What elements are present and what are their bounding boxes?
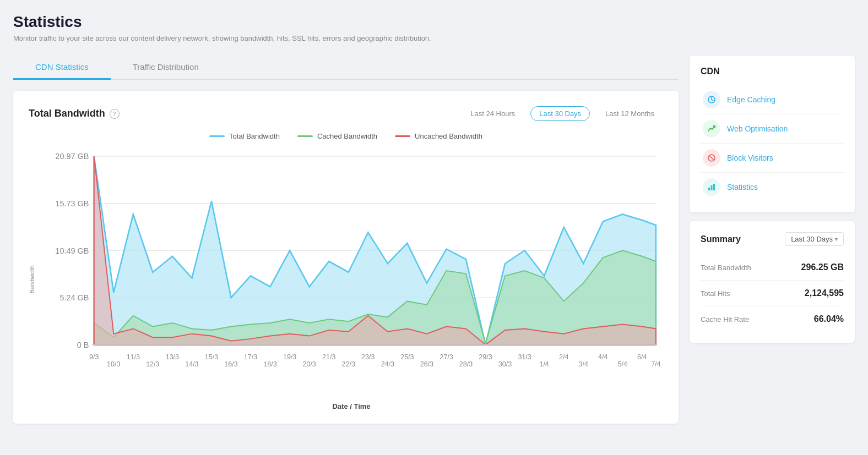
svg-text:27/3: 27/3 — [440, 353, 453, 361]
summary-value-hits: 2,124,595 — [805, 288, 844, 298]
cdn-nav-card: CDN Edge Caching Web Optimisa — [690, 56, 855, 212]
svg-text:10/3: 10/3 — [107, 360, 120, 368]
edge-caching-label: Edge Caching — [727, 95, 775, 104]
help-icon[interactable]: ? — [110, 109, 120, 119]
svg-text:18/3: 18/3 — [263, 360, 276, 368]
chart-svg: 20.97 GB 15.73 GB 10.49 GB 5.24 GB 0 B — [40, 149, 663, 396]
svg-text:29/3: 29/3 — [479, 353, 492, 361]
chart-title-wrap: Total Bandwidth ? — [29, 108, 120, 119]
summary-row-cache-hit: Cache Hit Rate 66.04% — [701, 306, 844, 332]
web-optimisation-label: Web Optimisation — [727, 124, 788, 133]
filter-12m[interactable]: Last 12 Months — [596, 106, 663, 121]
chart-card: Total Bandwidth ? Last 24 Hours Last 30 … — [13, 91, 679, 424]
svg-text:24/3: 24/3 — [381, 360, 394, 368]
statistics-label: Statistics — [727, 183, 758, 191]
svg-text:9/3: 9/3 — [89, 353, 99, 361]
summary-dropdown-label: Last 30 Days — [791, 235, 833, 243]
summary-row-hits: Total Hits 2,124,595 — [701, 281, 844, 306]
svg-text:0 B: 0 B — [77, 341, 89, 349]
svg-line-46 — [709, 156, 714, 161]
chart-title: Total Bandwidth — [29, 108, 105, 119]
summary-value-cache-hit: 66.04% — [814, 314, 844, 324]
sidebar: CDN Edge Caching Web Optimisa — [690, 56, 855, 424]
svg-text:30/3: 30/3 — [498, 360, 512, 368]
svg-text:26/3: 26/3 — [420, 360, 433, 368]
svg-text:17/3: 17/3 — [244, 353, 257, 361]
svg-rect-49 — [713, 184, 715, 190]
web-optimisation-icon — [703, 120, 720, 138]
svg-text:19/3: 19/3 — [283, 353, 296, 361]
svg-text:6/4: 6/4 — [637, 353, 647, 361]
svg-text:5.24 GB: 5.24 GB — [59, 293, 89, 302]
svg-text:25/3: 25/3 — [400, 353, 414, 361]
svg-rect-47 — [708, 188, 710, 190]
svg-text:12/3: 12/3 — [146, 360, 159, 368]
svg-text:31/3: 31/3 — [518, 353, 531, 361]
summary-key-bandwidth: Total Bandwidth — [701, 264, 751, 272]
svg-text:15.73 GB: 15.73 GB — [55, 199, 89, 208]
svg-text:11/3: 11/3 — [127, 353, 140, 361]
block-visitors-label: Block Visitors — [727, 154, 773, 162]
filter-30d[interactable]: Last 30 Days — [530, 106, 590, 121]
sidebar-item-block-visitors[interactable]: Block Visitors — [701, 144, 844, 173]
svg-text:21/3: 21/3 — [322, 353, 335, 361]
summary-dropdown[interactable]: Last 30 Days ▾ — [785, 232, 844, 246]
tab-cdn-statistics[interactable]: CDN Statistics — [13, 56, 111, 80]
page-subtitle: Monitor traffic to your site across our … — [13, 34, 855, 42]
summary-key-cache-hit: Cache Hit Rate — [701, 315, 749, 324]
summary-value-bandwidth: 296.25 GB — [801, 262, 844, 272]
svg-text:2/4: 2/4 — [559, 353, 568, 361]
svg-text:1/4: 1/4 — [539, 360, 549, 368]
svg-text:10.49 GB: 10.49 GB — [55, 246, 89, 255]
sidebar-item-edge-caching[interactable]: Edge Caching — [701, 85, 844, 114]
tabs-bar: CDN Statistics Traffic Distribution — [13, 56, 679, 80]
sidebar-item-web-optimisation[interactable]: Web Optimisation — [701, 114, 844, 144]
y-axis-label: Bandwidth — [29, 149, 35, 410]
legend-cached-bandwidth: Cached Bandwidth — [297, 132, 377, 140]
summary-card: Summary Last 30 Days ▾ Total Bandwidth 2… — [690, 221, 855, 343]
svg-text:5/4: 5/4 — [618, 360, 627, 368]
edge-caching-icon — [703, 91, 720, 108]
summary-row-bandwidth: Total Bandwidth 296.25 GB — [701, 255, 844, 281]
svg-text:13/3: 13/3 — [166, 353, 179, 361]
tab-traffic-distribution[interactable]: Traffic Distribution — [111, 56, 221, 80]
svg-text:28/3: 28/3 — [459, 360, 473, 368]
svg-text:7/4: 7/4 — [651, 360, 660, 368]
chart-area: Bandwidth 20.97 GB 15.73 GB 10.49 GB 5.2 — [29, 149, 663, 410]
content-area: CDN Statistics Traffic Distribution Tota… — [13, 56, 679, 424]
svg-text:20/3: 20/3 — [302, 360, 316, 368]
cdn-card-title: CDN — [701, 67, 844, 76]
svg-text:16/3: 16/3 — [224, 360, 237, 368]
x-axis-label: Date / Time — [40, 402, 663, 410]
statistics-icon — [703, 178, 720, 196]
summary-key-hits: Total Hits — [701, 289, 730, 298]
legend-total-bandwidth: Total Bandwidth — [209, 132, 280, 140]
svg-text:22/3: 22/3 — [342, 360, 355, 368]
svg-text:15/3: 15/3 — [205, 353, 218, 361]
chart-legend: Total Bandwidth Cached Bandwidth Uncache… — [29, 132, 663, 140]
chart-header: Total Bandwidth ? Last 24 Hours Last 30 … — [29, 106, 663, 121]
filter-24h[interactable]: Last 24 Hours — [462, 106, 524, 121]
page-title: Statistics — [13, 13, 855, 31]
svg-text:3/4: 3/4 — [579, 360, 588, 368]
time-filters: Last 24 Hours Last 30 Days Last 12 Month… — [462, 106, 663, 121]
summary-header: Summary Last 30 Days ▾ — [701, 232, 844, 246]
chart-inner: 20.97 GB 15.73 GB 10.49 GB 5.24 GB 0 B — [40, 149, 663, 410]
summary-title: Summary — [701, 234, 741, 244]
svg-text:14/3: 14/3 — [185, 360, 198, 368]
svg-text:20.97 GB: 20.97 GB — [55, 152, 89, 161]
svg-text:23/3: 23/3 — [361, 353, 375, 361]
svg-rect-48 — [711, 185, 713, 190]
svg-text:4/4: 4/4 — [598, 353, 607, 361]
sidebar-item-statistics[interactable]: Statistics — [701, 173, 844, 201]
legend-uncached-bandwidth: Uncached Bandwidth — [395, 132, 482, 140]
block-visitors-icon — [703, 149, 720, 167]
chevron-down-icon: ▾ — [835, 236, 838, 242]
